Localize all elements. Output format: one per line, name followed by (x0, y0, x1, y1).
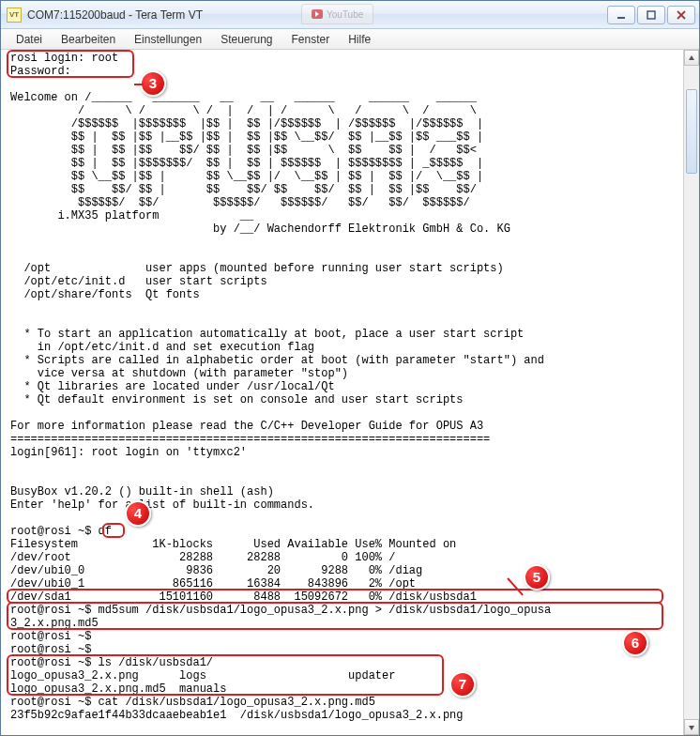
app-window: VT COM7:115200baud - Tera Term VT YouTub… (0, 0, 700, 736)
close-button[interactable] (667, 6, 695, 24)
background-tab-label: YouTube (327, 9, 363, 20)
minimize-icon (616, 10, 626, 20)
menu-bearbeiten[interactable]: Bearbeiten (52, 31, 125, 48)
maximize-button[interactable] (637, 6, 665, 24)
scrollbar-thumb[interactable] (686, 89, 697, 174)
menu-fenster[interactable]: Fenster (282, 31, 340, 48)
menu-datei[interactable]: Datei (7, 31, 52, 48)
app-icon: VT (7, 8, 22, 23)
chevron-up-icon (688, 54, 695, 62)
youtube-icon (312, 9, 323, 19)
menu-steuerung[interactable]: Steuerung (211, 31, 282, 48)
titlebar[interactable]: VT COM7:115200baud - Tera Term VT YouTub… (1, 1, 699, 29)
svg-rect-1 (647, 11, 655, 19)
background-tab: YouTube (301, 4, 373, 24)
scrollbar-track[interactable] (684, 66, 699, 719)
menubar: Datei Bearbeiten Einstellungen Steuerung… (1, 29, 699, 50)
chevron-down-icon (688, 724, 695, 731)
scroll-down-button[interactable] (684, 719, 699, 735)
window-buttons (607, 6, 695, 24)
maximize-icon (647, 10, 656, 20)
background-tab-strip: YouTube (301, 4, 373, 24)
close-icon (677, 10, 686, 20)
terminal-client-area: rosi login: root Password: Welcome on /_… (1, 50, 699, 735)
terminal-output[interactable]: rosi login: root Password: Welcome on /_… (1, 50, 699, 726)
svg-marker-4 (689, 55, 694, 60)
scroll-up-button[interactable] (684, 50, 699, 66)
menu-hilfe[interactable]: Hilfe (339, 31, 380, 48)
vertical-scrollbar[interactable] (683, 50, 699, 735)
svg-marker-5 (689, 726, 694, 730)
menu-einstellungen[interactable]: Einstellungen (125, 31, 211, 48)
minimize-button[interactable] (607, 6, 635, 24)
